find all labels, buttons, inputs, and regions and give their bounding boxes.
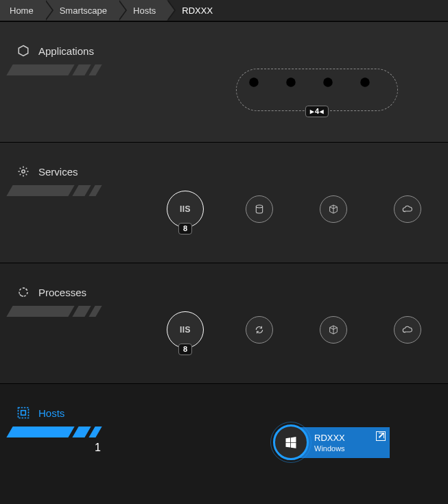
process-cube-node[interactable] — [320, 316, 347, 344]
breadcrumb-smartscape[interactable]: Smartscape — [45, 0, 118, 21]
host-name: RDXXX — [314, 433, 369, 443]
hexagon-icon — [16, 44, 30, 58]
cluster-count-badge[interactable]: 4 — [305, 106, 329, 117]
host-node[interactable]: RDXXX Windows — [273, 424, 390, 460]
gear-icon — [16, 165, 30, 178]
service-iis-node[interactable]: IIS 8 — [167, 191, 204, 228]
hosts-stripe — [10, 427, 113, 439]
breadcrumb: Home Smartscape Hosts RDXXX — [0, 0, 448, 21]
web-app-node[interactable] — [322, 76, 349, 104]
services-title: Services — [38, 166, 78, 178]
services-label: Services — [16, 165, 78, 178]
layer-services: Services IIS 8 — [0, 142, 448, 263]
services-stripe — [10, 185, 113, 197]
service-database-node[interactable] — [246, 195, 273, 223]
service-cloud-node[interactable] — [394, 195, 421, 223]
svg-rect-8 — [19, 408, 29, 418]
open-external-icon[interactable] — [376, 431, 386, 441]
hosts-title: Hosts — [38, 407, 64, 419]
process-refresh-node[interactable] — [246, 316, 273, 344]
processes-title: Processes — [38, 287, 86, 298]
layer-hosts: Hosts 1 RDXXX Windows — [0, 383, 448, 504]
process-cloud-node[interactable] — [394, 316, 421, 344]
layer-processes: Processes IIS 8 — [0, 263, 448, 383]
layer-applications: Applications 4 — [0, 21, 448, 142]
hosts-count: 1 — [95, 442, 101, 454]
processes-stripe — [10, 306, 113, 318]
node-count-badge: 8 — [178, 223, 192, 235]
host-icon — [16, 406, 30, 420]
svg-rect-9 — [21, 411, 26, 416]
svg-point-5 — [22, 170, 25, 173]
breadcrumb-home[interactable]: Home — [0, 0, 45, 21]
host-os: Windows — [314, 444, 369, 453]
applications-title: Applications — [38, 45, 94, 57]
applications-label: Applications — [16, 44, 94, 58]
windows-icon — [273, 424, 309, 460]
web-app-node[interactable] — [248, 76, 275, 104]
processes-label: Processes — [16, 285, 86, 299]
hosts-label: Hosts — [16, 406, 64, 420]
host-card[interactable]: RDXXX Windows — [299, 427, 390, 458]
web-app-node[interactable] — [359, 76, 386, 104]
web-app-node[interactable] — [285, 76, 312, 104]
svg-marker-0 — [19, 46, 28, 56]
applications-cluster[interactable]: 4 — [236, 69, 398, 111]
svg-point-6 — [256, 205, 262, 208]
applications-stripe — [10, 64, 113, 77]
cycle-icon — [16, 285, 30, 299]
service-cube-node[interactable] — [320, 195, 347, 223]
node-count-badge: 8 — [178, 344, 192, 355]
process-iis-node[interactable]: IIS 8 — [167, 311, 204, 348]
